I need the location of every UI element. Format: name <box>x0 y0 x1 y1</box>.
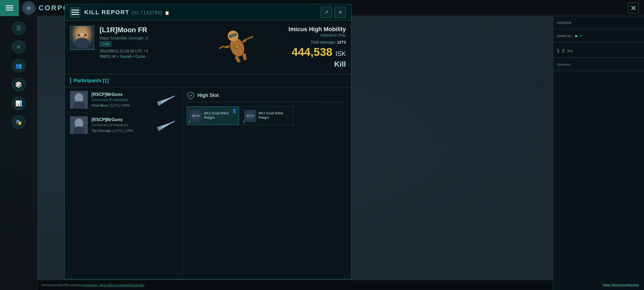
table-row: [RSCP]MrGuns Cormorant III Interdictor T… <box>65 113 182 138</box>
ship-type: Industrial Ship <box>320 33 346 37</box>
sidebar-item-close[interactable]: ✕ <box>12 40 25 54</box>
participant-ship-img-2 <box>156 118 177 132</box>
kill-report-panel: KILL REPORT [ID:7133780] 📋 ↗ ✕ <box>64 4 352 279</box>
rp-section-joined: joined an... ▶ ↗ <box>553 29 644 42</box>
slots-title: High Slot <box>197 93 219 98</box>
participant-ship-img-1 <box>156 93 177 107</box>
bottom-chat-bar: Announcement ПБ корпорац дискорде: https… <box>38 280 553 290</box>
victim-timestamp: 2022/05/13 22:20:34 UTC +3 <box>100 49 198 53</box>
list-item[interactable]: MK3 Small RifledRailgun 1 <box>241 106 294 125</box>
ship-name-line: Imicus High Mobility Industrial Ship <box>276 26 346 38</box>
kr-main-content: [RSCP]MrGuns Cormorant III Interdictor F… <box>65 87 351 276</box>
damage-value: 1272 <box>337 40 346 44</box>
kr-actions: ↗ ✕ <box>321 7 346 18</box>
participant-stats-1: Final Blow | 1272 | 100% <box>92 103 152 107</box>
victim-avatar-svg <box>71 26 94 50</box>
kill-outcome-label: Kill <box>276 60 346 68</box>
slot-count-2: 1 <box>243 120 245 124</box>
svg-rect-11 <box>247 36 254 39</box>
kill-report-header: KILL REPORT [ID:7133780] 📋 ↗ ✕ <box>65 4 351 20</box>
view-missions-button[interactable]: View Missions/Market <box>602 283 639 287</box>
railgun-icon-2 <box>245 110 256 121</box>
top-close-button[interactable]: ✕ <box>628 3 639 13</box>
kr-id: [ID:7133780] <box>131 10 163 15</box>
participant-details-1: [RSCP]MrGuns Cormorant III Interdictor F… <box>92 92 152 107</box>
ship-thumb-svg-1 <box>156 93 177 107</box>
left-sidebar: ☰ ✕ 👥 🎲 📊 🎭 <box>0 16 38 290</box>
rp-percent: 5% <box>567 49 573 53</box>
svg-rect-10 <box>242 38 247 43</box>
kr-participants-header: Participants [1] <box>65 74 351 87</box>
participant-avatar-svg-2 <box>70 117 88 134</box>
victim-kills-badge: 1 Kill <box>100 41 111 47</box>
announcement-title: Announcement <box>42 283 63 287</box>
victim-avatar-face <box>71 26 94 49</box>
kr-menu-button[interactable] <box>70 7 80 17</box>
svg-rect-33 <box>246 115 249 117</box>
participant-avatar-2 <box>70 116 87 134</box>
kr-ship-stats: Imicus High Mobility Industrial Ship Tot… <box>271 20 351 74</box>
discord-link[interactable]: дискорде: https://discord.gg/8wOUxarUaU <box>83 283 144 287</box>
sidebar-item-stats[interactable]: 📊 <box>12 97 25 110</box>
participants-accent <box>70 77 71 84</box>
participant-ship-2: Cormorant III Interdictor <box>92 123 152 127</box>
svg-rect-27 <box>165 121 175 126</box>
kr-close-button[interactable]: ✕ <box>335 7 346 18</box>
svg-point-3 <box>79 32 85 37</box>
hamburger-icon <box>6 5 13 10</box>
isk-label: ISK <box>335 50 346 57</box>
menu-button[interactable] <box>0 0 19 16</box>
sound-highlight: Sound <box>120 54 131 59</box>
slots-header: High Slot <box>187 91 347 102</box>
slot-count-1: 1 <box>189 120 191 124</box>
svg-point-31 <box>195 115 197 117</box>
sidebar-item-users[interactable]: 👥 <box>12 59 25 73</box>
rp-section-scorpions: corpions <box>553 16 644 29</box>
export-button[interactable]: ↗ <box>579 34 582 38</box>
victim-avatar <box>70 26 94 50</box>
slot-name-2: MK3 Small RifledRailgun <box>258 111 283 120</box>
svg-rect-34 <box>253 115 255 117</box>
kr-title: KILL REPORT [ID:7133780] 📋 <box>84 9 317 16</box>
kr-export-button[interactable]: ↗ <box>321 7 332 18</box>
isk-value: 444,538 ISK <box>276 46 346 58</box>
list-item[interactable]: MK3 Small RifledRailgun 👤 1 <box>187 106 239 125</box>
svg-rect-30 <box>198 115 200 117</box>
svg-rect-13 <box>243 53 247 60</box>
nav-button[interactable]: ▶ <box>575 34 578 38</box>
railgun-icon-1 <box>191 110 201 121</box>
victim-location: RMOC-W < Sound < Curse. <box>100 54 198 59</box>
sidebar-item-menu[interactable]: ☰ <box>12 21 25 35</box>
participant-avatar-1 <box>70 91 87 108</box>
corp-logo: ★ <box>22 1 35 15</box>
svg-rect-9 <box>219 45 225 49</box>
sidebar-item-dice[interactable]: 🎲 <box>12 78 25 91</box>
rp-numbers: 1 2 5% <box>557 49 640 53</box>
samples-text: бранцев... <box>557 63 572 66</box>
ship-name: Imicus High Mobility <box>288 26 346 32</box>
victim-name: [L1R]Moon FR <box>100 26 198 34</box>
svg-rect-8 <box>224 45 230 48</box>
ship-thumb-svg-2 <box>156 118 177 132</box>
participant-stats-2: Top Damage | 1272 | 100% <box>92 129 152 133</box>
participant-avatar-svg-1 <box>70 91 88 109</box>
victim-warp-scramble: Warp Scramble Strength: 0 <box>100 36 198 40</box>
slot-name-1: MK3 Small RifledRailgun <box>204 111 229 120</box>
kr-body-top: [L1R]Moon FR Warp Scramble Strength: 0 1… <box>65 20 351 74</box>
table-row: [RSCP]MrGuns Cormorant III Interdictor F… <box>65 87 182 113</box>
kr-hamburger-icon <box>71 10 79 15</box>
participant-details-2: [RSCP]MrGuns Cormorant III Interdictor T… <box>92 117 152 133</box>
ship-svg <box>210 22 264 73</box>
slot-icon-2 <box>244 110 256 122</box>
rp-num-1: 1 <box>557 49 559 53</box>
right-panel: corpions joined an... ▶ ↗ 1 2 5% бранцев… <box>553 16 644 290</box>
joined-text: joined an... <box>557 34 574 38</box>
svg-rect-12 <box>235 55 241 63</box>
rp-num-2: 2 <box>562 49 565 53</box>
victim-info: [L1R]Moon FR Warp Scramble Strength: 0 1… <box>100 26 198 68</box>
participant-name-2: [RSCP]MrGuns <box>92 117 152 122</box>
sidebar-item-profile[interactable]: 🎭 <box>12 115 25 129</box>
clipboard-icon[interactable]: 📋 <box>165 11 170 15</box>
rp-section-numbers: 1 2 5% <box>553 42 644 58</box>
slot-person-icon-1: 👤 <box>232 109 237 113</box>
